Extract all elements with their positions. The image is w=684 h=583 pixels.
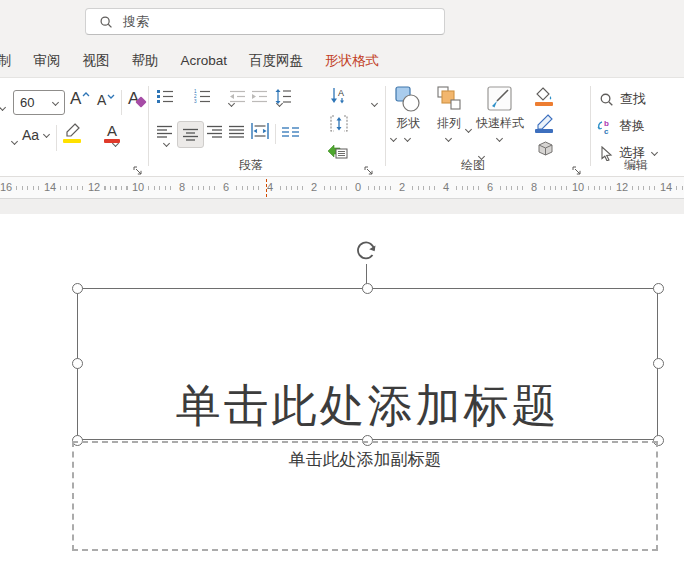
divider — [56, 125, 57, 151]
ruler-number: 16 — [0, 177, 15, 198]
shapes-button[interactable]: 形状 — [390, 86, 426, 143]
find-button[interactable]: 查找 — [599, 90, 646, 108]
align-center-button[interactable] — [177, 121, 204, 148]
shape-effects-button[interactable] — [537, 141, 554, 156]
shape-fill-button[interactable] — [535, 87, 553, 106]
line-spacing-dropdown[interactable] — [371, 100, 379, 108]
increase-font-size-button[interactable]: A — [70, 90, 90, 107]
shape-outline-button[interactable] — [535, 114, 553, 133]
numbering-button[interactable]: 1 2 3 — [194, 89, 211, 104]
ruler-number: 12 — [613, 177, 631, 198]
rotate-handle-icon[interactable] — [355, 240, 379, 264]
distribute-text-button[interactable] — [251, 123, 269, 139]
tab-acrobat[interactable]: Acrobat — [181, 53, 228, 68]
horizontal-ruler: 16141210864202468101214 — [0, 177, 684, 199]
align-text-button[interactable] — [330, 115, 348, 132]
divider — [275, 124, 276, 144]
chevron-down-icon — [52, 99, 60, 107]
align-left-icon — [157, 125, 173, 139]
text-direction-icon: A — [330, 87, 348, 104]
slide-canvas[interactable]: 单击此处添加标题 单击此处添加副标题 — [0, 214, 684, 583]
divider — [121, 90, 122, 115]
bullets-button[interactable] — [157, 89, 174, 104]
quick-styles-label: 快速样式 — [476, 115, 524, 132]
drawing-group-label: 绘图 — [451, 157, 495, 174]
shapes-label: 形状 — [396, 115, 420, 132]
chevron-down-icon — [43, 131, 51, 139]
justify-button[interactable] — [229, 125, 245, 139]
resize-handle-middle-left[interactable] — [72, 358, 83, 369]
line-spacing-icon — [275, 89, 292, 104]
font-name-dropdown-partial[interactable] — [0, 104, 7, 112]
search-input[interactable]: 搜索 — [85, 8, 445, 35]
tab-review[interactable]: 审阅 — [34, 52, 61, 70]
ruler-number: 2 — [393, 177, 411, 198]
align-center-icon — [183, 128, 199, 142]
search-icon — [99, 15, 113, 29]
font-color-dropdown[interactable] — [163, 140, 171, 148]
font-color-button[interactable]: A — [104, 123, 120, 143]
font-color-bar — [104, 139, 120, 143]
decrease-indent-button[interactable] — [230, 90, 246, 103]
replace-button[interactable]: b c 替换 — [597, 117, 645, 135]
highlighter-icon — [63, 123, 81, 139]
ruler-cursor-marker[interactable] — [266, 179, 267, 197]
tab-baidu-netdisk[interactable]: 百度网盘 — [249, 52, 303, 70]
decrease-font-size-button[interactable]: A — [97, 93, 115, 107]
arrange-button[interactable]: 排列 — [431, 86, 467, 143]
convert-smartart-button[interactable] — [327, 142, 348, 159]
ribbon-tabs: 制 审阅 视图 帮助 Acrobat 百度网盘 形状格式 — [0, 44, 684, 77]
increase-indent-button[interactable] — [252, 90, 268, 103]
title-placeholder[interactable]: 单击此处添加标题 — [77, 288, 658, 440]
replace-icon: b c — [597, 118, 613, 134]
change-case-button[interactable]: Aa — [22, 127, 51, 143]
font-dropdown-partial[interactable] — [11, 138, 19, 146]
ruler-number: 4 — [437, 177, 455, 198]
font-size-combo[interactable]: 60 — [13, 90, 65, 115]
ruler-number: 8 — [525, 177, 543, 198]
paint-bucket-icon — [535, 87, 553, 102]
line-spacing-button[interactable] — [275, 89, 292, 104]
find-icon — [599, 92, 614, 107]
text-highlight-button[interactable] — [63, 123, 81, 143]
justify-icon — [229, 125, 245, 139]
resize-handle-top-center[interactable] — [362, 283, 373, 294]
align-text-icon — [330, 115, 348, 132]
ribbon-toolbar: 60 A A A Aa A — [0, 77, 684, 177]
ruler-number: 10 — [129, 177, 147, 198]
group-divider — [590, 86, 591, 166]
editing-group-label: 编辑 — [614, 157, 658, 174]
chevron-down-icon — [404, 135, 412, 143]
tab-view[interactable]: 视图 — [83, 52, 110, 70]
ruler-number: 6 — [481, 177, 499, 198]
tab-help[interactable]: 帮助 — [132, 52, 159, 70]
subtitle-placeholder[interactable]: 单击此处添加副标题 — [72, 441, 658, 551]
tab-record-partial[interactable]: 制 — [0, 52, 12, 70]
align-right-icon — [207, 125, 223, 139]
clear-formatting-button[interactable]: A — [128, 90, 145, 107]
resize-handle-top-left[interactable] — [72, 283, 83, 294]
align-right-button[interactable] — [207, 125, 223, 139]
bullet-list-icon — [157, 89, 174, 104]
title-placeholder-text[interactable]: 单击此处添加标题 — [78, 376, 657, 436]
ruler-number: 6 — [217, 177, 235, 198]
group-divider — [148, 86, 149, 166]
tab-shape-format[interactable]: 形状格式 — [325, 52, 379, 70]
columns-icon — [282, 126, 299, 138]
paragraph-group-label: 段落 — [228, 157, 274, 174]
resize-handle-middle-right[interactable] — [653, 358, 664, 369]
chevron-down-icon — [651, 149, 659, 157]
align-left-button[interactable] — [157, 125, 173, 139]
svg-text:3: 3 — [194, 99, 197, 104]
group-divider — [385, 86, 386, 166]
caret-up-icon — [82, 91, 90, 99]
numbered-list-icon: 1 2 3 — [194, 89, 211, 104]
text-direction-button[interactable]: A — [330, 87, 348, 104]
caret-down-icon — [107, 92, 115, 100]
subtitle-placeholder-text[interactable]: 单击此处添加副标题 — [74, 448, 656, 471]
columns-button[interactable] — [282, 126, 299, 138]
ruler-number: 10 — [569, 177, 587, 198]
resize-handle-top-right[interactable] — [653, 283, 664, 294]
quick-styles-button[interactable]: 快速样式 — [470, 86, 530, 143]
highlight-color-bar — [63, 139, 81, 143]
